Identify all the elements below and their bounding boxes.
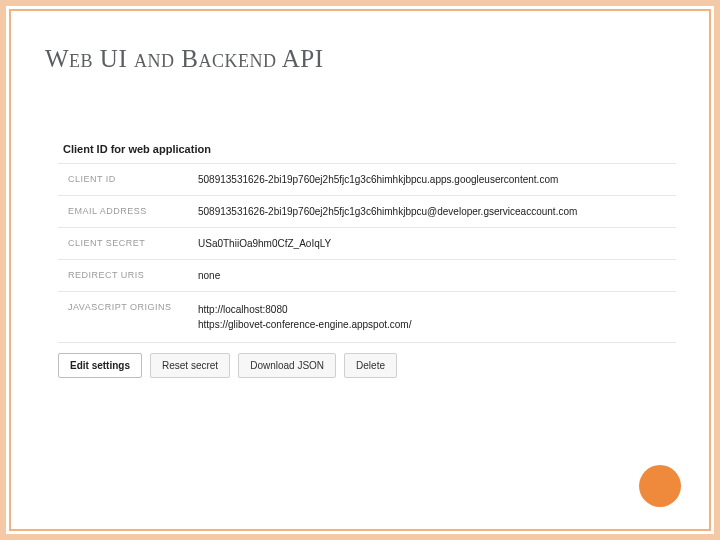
table-row: REDIRECT URIS none — [58, 260, 676, 292]
row-value: 508913531626-2bi19p760ej2h5fjc1g3c6himhk… — [188, 196, 676, 228]
row-label: CLIENT SECRET — [58, 228, 188, 260]
table-row: CLIENT SECRET USa0ThiiOa9hm0CfZ_AoIqLY — [58, 228, 676, 260]
slide-title: Web UI and Backend API — [45, 45, 675, 73]
button-row: Edit settings Reset secret Download JSON… — [58, 353, 675, 378]
row-value: USa0ThiiOa9hm0CfZ_AoIqLY — [188, 228, 676, 260]
panel-heading: Client ID for web application — [63, 143, 675, 155]
slide-inner-frame: Web UI and Backend API Client ID for web… — [9, 9, 711, 531]
table-row: JAVASCRIPT ORIGINS http://localhost:8080… — [58, 292, 676, 343]
row-value: http://localhost:8080https://glibovet-co… — [188, 292, 676, 343]
credentials-table: CLIENT ID 508913531626-2bi19p760ej2h5fjc… — [58, 163, 676, 343]
download-json-button[interactable]: Download JSON — [238, 353, 336, 378]
row-label: CLIENT ID — [58, 164, 188, 196]
reset-secret-button[interactable]: Reset secret — [150, 353, 230, 378]
row-label: JAVASCRIPT ORIGINS — [58, 292, 188, 343]
row-label: REDIRECT URIS — [58, 260, 188, 292]
table-row: EMAIL ADDRESS 508913531626-2bi19p760ej2h… — [58, 196, 676, 228]
table-row: CLIENT ID 508913531626-2bi19p760ej2h5fjc… — [58, 164, 676, 196]
row-value: none — [188, 260, 676, 292]
delete-button[interactable]: Delete — [344, 353, 397, 378]
edit-settings-button[interactable]: Edit settings — [58, 353, 142, 378]
decorative-circle-icon — [639, 465, 681, 507]
slide-outer-frame: Web UI and Backend API Client ID for web… — [0, 0, 720, 540]
row-value: 508913531626-2bi19p760ej2h5fjc1g3c6himhk… — [188, 164, 676, 196]
row-label: EMAIL ADDRESS — [58, 196, 188, 228]
